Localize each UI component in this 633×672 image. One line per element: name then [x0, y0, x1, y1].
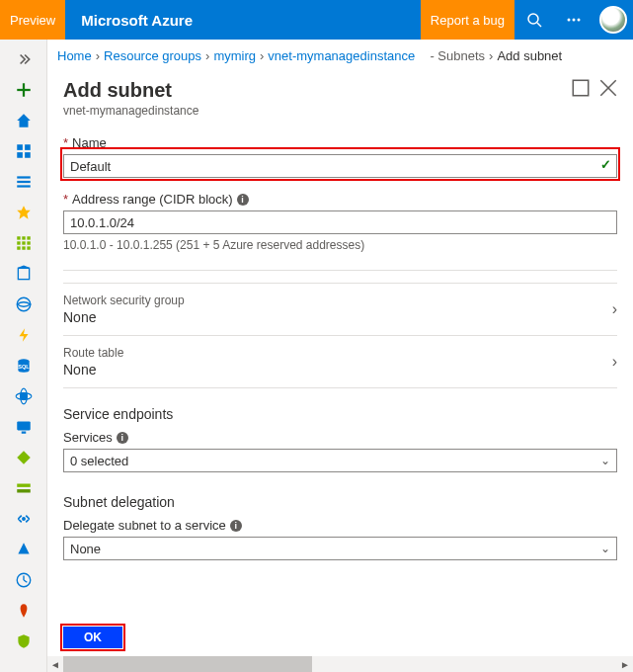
function-apps-icon[interactable]	[0, 319, 47, 350]
crumb-rg-name[interactable]: mymirg	[213, 48, 256, 63]
user-avatar[interactable]	[593, 0, 633, 40]
monitor-icon[interactable]	[0, 564, 47, 595]
create-resource-icon[interactable]	[0, 74, 47, 105]
subnet-delegation-heading: Subnet delegation	[63, 494, 617, 510]
info-icon[interactable]: i	[230, 520, 242, 532]
more-icon[interactable]	[554, 0, 593, 40]
name-label: * Name	[63, 135, 617, 150]
delegate-label: Delegate subnet to a service i	[63, 518, 617, 533]
svg-marker-26	[19, 328, 28, 342]
services-label: Services i	[63, 430, 617, 445]
svg-rect-21	[17, 246, 20, 249]
info-icon[interactable]: i	[117, 432, 128, 444]
chevron-right-icon: ›	[612, 353, 617, 371]
chevron-right-icon: ›	[260, 48, 264, 63]
route-table-label: Route table	[63, 346, 612, 360]
storage-accounts-icon[interactable]	[0, 472, 47, 503]
search-icon[interactable]	[514, 0, 554, 40]
scrollbar-thumb[interactable]	[63, 656, 312, 672]
top-bar: Preview Microsoft Azure Report a bug	[0, 0, 633, 40]
svg-marker-34	[17, 451, 31, 464]
chevron-right-icon: ›	[612, 300, 617, 318]
chevron-down-icon: ⌄	[600, 454, 610, 467]
svg-point-37	[22, 517, 24, 519]
nsg-label: Network security group	[63, 294, 612, 307]
crumb-resource-groups[interactable]: Resource groups	[104, 48, 201, 63]
svg-line-1	[537, 23, 541, 27]
load-balancers-icon[interactable]	[0, 442, 47, 472]
virtual-networks-icon[interactable]	[0, 503, 47, 534]
name-input-highlight: ✓	[63, 150, 617, 178]
horizontal-scrollbar[interactable]: ◄ ►	[47, 656, 633, 672]
favorites-icon[interactable]	[0, 197, 47, 227]
delegate-dropdown-value: None	[70, 542, 101, 556]
advisor-icon[interactable]	[0, 595, 47, 626]
svg-point-2	[568, 19, 571, 22]
info-icon[interactable]: i	[237, 194, 249, 206]
azure-ad-icon[interactable]	[0, 534, 47, 564]
breadcrumb: Home › Resource groups › mymirg › vnet-m…	[47, 40, 633, 71]
route-table-selector[interactable]: Route table None ›	[63, 335, 617, 388]
ok-button[interactable]: OK	[63, 627, 122, 648]
maximize-icon[interactable]	[572, 79, 590, 97]
expand-menu-icon[interactable]	[0, 43, 47, 74]
dashboard-icon[interactable]	[0, 135, 47, 166]
app-services-icon[interactable]	[0, 289, 47, 319]
svg-text:SQL: SQL	[18, 364, 30, 370]
svg-rect-18	[17, 241, 20, 244]
svg-point-4	[578, 19, 581, 22]
chevron-right-icon: ›	[96, 48, 100, 63]
resource-groups-icon[interactable]	[0, 258, 47, 289]
required-asterisk-icon: *	[63, 192, 68, 207]
svg-marker-14	[17, 206, 31, 219]
svg-rect-40	[573, 80, 588, 95]
delegate-dropdown[interactable]: None ⌄	[63, 537, 617, 560]
svg-rect-15	[17, 236, 20, 239]
chevron-right-icon: ›	[205, 48, 209, 63]
required-asterisk-icon: *	[63, 135, 68, 150]
svg-rect-33	[21, 431, 26, 433]
all-resources-icon[interactable]	[0, 227, 47, 258]
svg-rect-8	[25, 144, 31, 150]
security-center-icon[interactable]	[0, 626, 47, 656]
route-table-value: None	[63, 362, 612, 378]
service-endpoints-heading: Service endpoints	[63, 406, 617, 422]
services-dropdown[interactable]: 0 selected ⌄	[63, 449, 617, 472]
left-nav-rail: SQL	[0, 40, 47, 672]
nsg-value: None	[63, 309, 612, 325]
scroll-right-icon[interactable]: ►	[617, 656, 633, 672]
svg-rect-23	[27, 246, 30, 249]
virtual-machines-icon[interactable]	[0, 411, 47, 442]
close-icon[interactable]	[599, 79, 617, 97]
svg-marker-38	[18, 543, 29, 553]
sql-databases-icon[interactable]: SQL	[0, 350, 47, 380]
cidr-label: * Address range (CIDR block) i	[63, 192, 617, 207]
svg-rect-16	[22, 236, 25, 239]
svg-point-29	[20, 392, 27, 399]
cosmos-db-icon[interactable]	[0, 380, 47, 411]
svg-point-0	[528, 14, 538, 24]
cidr-input[interactable]	[63, 210, 617, 234]
page-title: Add subnet	[63, 79, 617, 102]
home-icon[interactable]	[0, 105, 47, 135]
svg-rect-10	[25, 152, 31, 158]
nsg-selector[interactable]: Network security group None ›	[63, 283, 617, 335]
svg-rect-20	[27, 241, 30, 244]
svg-rect-35	[17, 483, 31, 486]
svg-rect-7	[17, 144, 23, 150]
svg-rect-17	[27, 236, 30, 239]
cidr-helper-text: 10.0.1.0 - 10.0.1.255 (251 + 5 Azure res…	[63, 238, 617, 252]
svg-rect-32	[17, 421, 31, 430]
svg-point-3	[573, 19, 576, 22]
crumb-vnet[interactable]: vnet-mymanagedinstance	[268, 48, 415, 63]
svg-rect-36	[17, 489, 31, 492]
crumb-current: Add subnet	[497, 48, 562, 63]
svg-rect-24	[18, 268, 29, 279]
all-services-icon[interactable]	[0, 166, 47, 197]
name-input[interactable]	[63, 154, 617, 178]
report-bug-button[interactable]: Report a bug	[421, 0, 514, 40]
brand-title: Microsoft Azure	[65, 12, 421, 29]
svg-rect-22	[22, 246, 25, 249]
scroll-left-icon[interactable]: ◄	[47, 656, 63, 672]
crumb-home[interactable]: Home	[57, 48, 92, 63]
